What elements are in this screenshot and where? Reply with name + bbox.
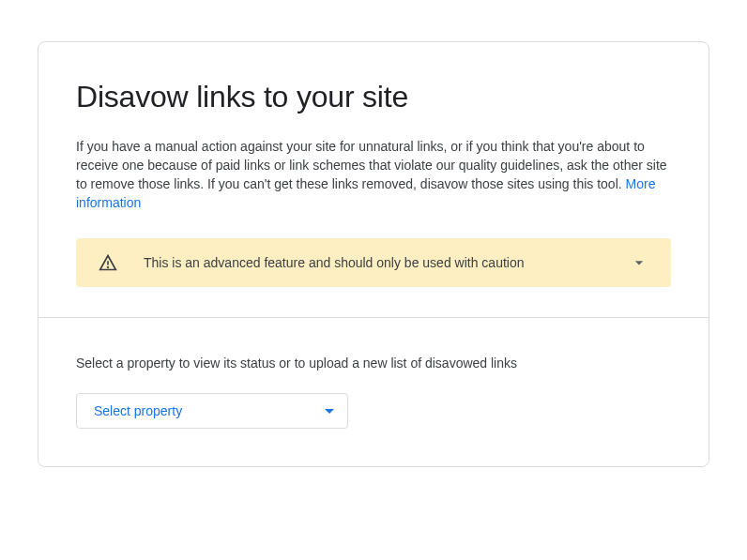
page-title: Disavow links to your site bbox=[76, 80, 671, 114]
select-property-dropdown[interactable]: Select property bbox=[76, 393, 348, 429]
caret-down-icon bbox=[325, 409, 334, 414]
warning-banner[interactable]: This is an advanced feature and should o… bbox=[76, 238, 671, 287]
disavow-card: Disavow links to your site If you have a… bbox=[38, 41, 709, 467]
top-section: Disavow links to your site If you have a… bbox=[38, 42, 709, 318]
chevron-down-icon bbox=[630, 253, 648, 272]
select-property-label: Select a property to view its status or … bbox=[76, 356, 671, 371]
select-property-value: Select property bbox=[94, 403, 182, 418]
bottom-section: Select a property to view its status or … bbox=[38, 318, 709, 466]
description-text: If you have a manual action against your… bbox=[76, 139, 667, 191]
description: If you have a manual action against your… bbox=[76, 137, 671, 212]
svg-point-1 bbox=[108, 267, 109, 268]
warning-text: This is an advanced feature and should o… bbox=[144, 255, 630, 270]
warning-icon bbox=[99, 253, 117, 272]
